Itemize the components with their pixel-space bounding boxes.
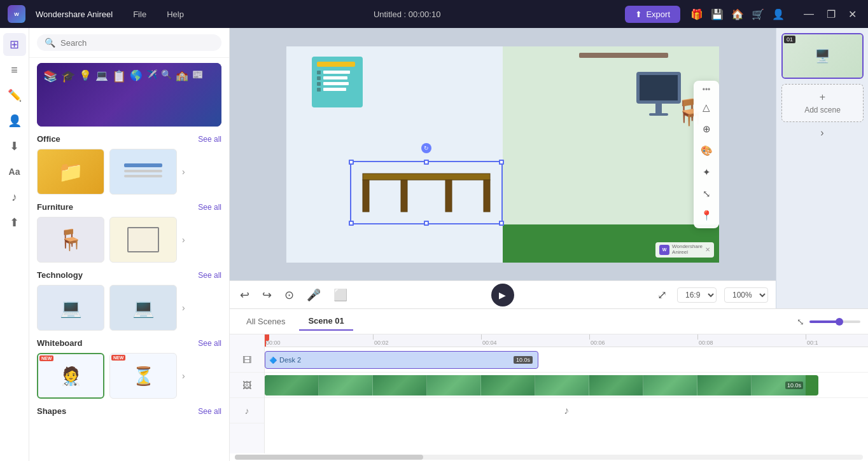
document-title: Untitled : 00:00:10 [199,10,615,19]
section-wb-title: Whiteboard [37,338,83,348]
section-wb-seeall[interactable]: See all [198,339,221,348]
tech-row-arrow[interactable]: › [182,303,185,313]
close-button[interactable]: ✕ [844,7,860,22]
gift-icon[interactable]: 🎁 [690,8,703,20]
profile-icon[interactable]: 👤 [772,8,785,20]
section-furn-seeall[interactable]: See all [198,203,221,212]
zoom-fit-icon[interactable]: ⤡ [797,317,804,327]
sidebar-icon-sticker[interactable]: ✏️ [3,84,26,107]
sidebar-icon-media[interactable]: ⊞ [3,33,26,56]
home-icon[interactable]: 🏠 [731,8,744,20]
sidebar-icon-download[interactable]: ⬇ [3,135,26,158]
media-panel: 🔍 📚 🎓 💡 💻 📋 🌎 ✈️ 🔍 🏫 [29,28,230,461]
toolbar-crop[interactable]: ⤡ [696,184,717,204]
furn-item-2[interactable] [109,217,177,263]
office-item-1[interactable]: 📁 [37,149,104,195]
search-input-wrap[interactable]: 🔍 [37,34,221,51]
wb-item-2[interactable]: NEW ⏳ [109,353,177,399]
watermark-close[interactable]: ✕ [705,246,710,253]
office-row-arrow[interactable]: › [182,167,185,177]
furn-row-arrow[interactable]: › [182,235,185,245]
top-icons: 🎁 💾 🏠 🛒 👤 [690,8,785,20]
canvas-frame[interactable]: 🪑 [286,46,719,263]
mic-button[interactable]: 🎤 [304,286,323,305]
video-clip-desk2[interactable]: 🔷 Desk 2 10.0s [265,351,538,369]
sidebar-icon-font[interactable]: Aa [3,160,26,183]
bg-frame-8 [643,375,697,396]
bg-frame-4 [427,375,481,396]
undo-button[interactable]: ↩ [237,286,252,305]
export-button[interactable]: ⬆ Export [625,6,680,23]
maximize-button[interactable]: ❐ [823,7,839,22]
timeline-scrollbar[interactable] [235,455,863,460]
sidebar-icon-text[interactable]: ≡ [3,58,26,81]
toolbar-color[interactable]: 🎨 [696,141,717,161]
toolbar-pin[interactable]: 📍 [696,205,717,226]
ruler-mark-5: 00:1 [807,340,818,346]
zoom-select[interactable]: 100% [724,287,768,303]
section-shapes-seeall[interactable]: See all [198,407,221,416]
toolbar-layers[interactable]: ⊕ [696,119,717,139]
media-scroll: 📚 🎓 💡 💻 📋 🌎 ✈️ 🔍 🏫 📰 Office [29,58,229,461]
bg-icon: 🖼 [242,380,251,390]
selected-object-container[interactable]: ↻ [350,161,503,224]
preview-button[interactable]: ⊙ [282,286,297,305]
bg-clip[interactable]: 10.0s [265,375,818,396]
section-tech-seeall[interactable]: See all [198,271,221,280]
furn-item-1[interactable]: 🪑 [37,217,104,263]
section-office-title: Office [37,134,60,144]
add-scene-button[interactable]: + Add scene [781,84,864,122]
office-item-2[interactable] [109,149,177,195]
sidebar-icon-person[interactable]: 👤 [3,109,26,132]
section-furn-title: Furniture [37,202,73,212]
save-icon[interactable]: 💾 [711,8,724,20]
toolbar-magic[interactable]: ✦ [696,162,717,182]
bg-frame-9 [697,375,752,396]
fullscreen-button[interactable]: ⤢ [655,286,669,305]
minimize-button[interactable]: — [800,7,818,22]
sidebar-icon-upload[interactable]: ⬆ [3,211,26,234]
music-track-row: ♪ [265,398,868,423]
cart-icon[interactable]: 🛒 [752,8,764,20]
tab-scene01[interactable]: Scene 01 [299,312,353,331]
tech-item-1[interactable]: 💻 [37,285,104,331]
menu-help[interactable]: Help [162,7,189,22]
sidebar-icon-music[interactable]: ♪ [3,186,26,209]
wb-item-1[interactable]: NEW 🧑‍⚕️ [37,353,104,399]
search-input[interactable] [60,38,214,48]
bg-frame-7 [589,375,643,396]
toolbar-transform[interactable]: △ [696,97,717,118]
desk-svg [350,161,503,224]
video-button[interactable]: ⬜ [331,286,350,305]
section-office-seeall[interactable]: See all [198,135,221,144]
menu-file[interactable]: File [128,7,151,22]
toolbar-more[interactable]: ••• [696,83,717,96]
scene-thumb-01[interactable]: 🖥️ 01 [781,33,864,79]
music-note-icon[interactable]: ♪ [245,406,249,416]
scrollbar-thumb[interactable] [235,455,423,460]
redo-button[interactable]: ↪ [260,286,274,305]
tab-all-scenes[interactable]: All Scenes [237,313,294,330]
wb-row-arrow[interactable]: › [182,371,185,381]
play-button[interactable]: ▶ [491,284,514,306]
tech-items-row: 💻 💻 › [37,285,221,331]
new-badge-2: NEW [111,355,125,361]
ruler-mark-2: 00:04 [482,340,497,346]
shelf [579,53,668,58]
timeline-zoom-slider[interactable] [809,320,860,323]
bg-frame-3 [373,375,427,396]
ruler-mark-1: 00:02 [374,340,389,346]
add-music-icon[interactable]: ♪ [564,405,569,416]
playhead-head[interactable] [265,334,269,341]
tech-item-2[interactable]: 💻 [109,285,177,331]
office-items-row: 📁 › [37,149,221,195]
search-bar: 🔍 [29,28,229,58]
playhead[interactable] [265,334,266,347]
svg-rect-2 [484,180,490,212]
ratio-select[interactable]: 16:9 [677,287,717,303]
timeline-ruler: 00:00 00:02 00:04 [265,334,868,347]
bg-track-row: 10.0s [265,373,868,398]
canvas-wrapper: 🪑 [230,28,776,280]
scenes-expand-button[interactable]: › [781,127,863,139]
ruler-mark-4: 00:08 [699,340,713,346]
